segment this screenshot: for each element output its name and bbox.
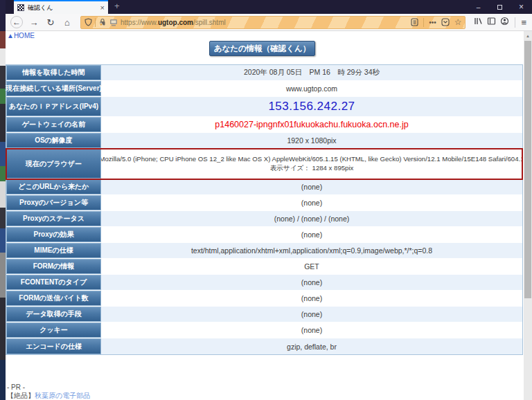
- titlebar: 確認くん × + – ×: [6, 0, 532, 14]
- lock-warning-icon[interactable]: [98, 18, 107, 26]
- pr-label: - PR -: [7, 383, 90, 392]
- table-row: FORMの送信バイト数 (none): [6, 291, 522, 307]
- navigation-toolbar: ← → ↻ ⌂ https://www.ugtop.com/spill.shtm…: [6, 14, 532, 31]
- table-row: クッキー (none): [6, 322, 522, 338]
- row-label: クッキー: [6, 322, 101, 338]
- row-label: どこのURLから来たか: [6, 179, 101, 194]
- maximize-button[interactable]: [489, 0, 511, 14]
- tab-close-icon[interactable]: ×: [100, 4, 105, 12]
- row-value: text/html,application/xhtml+xml,applicat…: [101, 243, 522, 258]
- account-icon[interactable]: [500, 16, 509, 28]
- maximize-icon: [497, 5, 502, 10]
- table-row: 現在接続している場所(Server) www.ugtop.com: [6, 81, 522, 97]
- background-window-sliver: [0, 0, 6, 400]
- urlbar-divider-2: [423, 18, 424, 27]
- row-value: (none): [101, 275, 522, 290]
- row-label: Proxyの効果: [6, 227, 101, 242]
- forward-button[interactable]: →: [26, 15, 42, 30]
- pocket-icon[interactable]: [441, 18, 450, 26]
- table-row: MIMEの仕様 text/html,application/xhtml+xml,…: [6, 243, 522, 259]
- row-label: FORMの送信バイト数: [6, 291, 101, 306]
- urlbar-actions: ••• ☆: [411, 17, 461, 27]
- home-link[interactable]: ▲HOME: [7, 32, 35, 39]
- table-row: Proxyのステータス (none) / (none) / (none): [6, 211, 522, 227]
- row-label: MIMEの仕様: [6, 243, 101, 258]
- row-label: データ取得の手段: [6, 307, 101, 322]
- row-value: (none): [101, 307, 522, 322]
- display-size-value: 表示サイズ： 1284 x 895pix: [270, 164, 354, 173]
- menu-icon[interactable]: ≡: [521, 17, 526, 28]
- window-controls: – ×: [468, 0, 532, 14]
- table-row: 情報を取得した時間 2020年 08月 05日 PM 16 時 29分 34秒: [6, 65, 522, 81]
- row-label: 現在接続している場所(Server): [6, 81, 101, 96]
- table-row: Proxyの効果 (none): [6, 227, 522, 243]
- row-label: エンコードの仕様: [6, 338, 101, 354]
- row-label: ゲートウェイの名前: [6, 117, 101, 132]
- reload-button[interactable]: ↻: [43, 15, 58, 30]
- scrollbar-thumb[interactable]: [524, 41, 531, 298]
- home-button[interactable]: ⌂: [60, 15, 75, 30]
- info-table: 情報を取得した時間 2020年 08月 05日 PM 16 時 29分 34秒 …: [6, 64, 523, 355]
- table-row-ip: あなたのＩＰアドレス(IPv4) 153.156.242.27: [6, 97, 522, 117]
- table-row: OSの解像度 1920 x 1080pix: [6, 133, 522, 149]
- user-agent-value: Mozilla/5.0 (iPhone; CPU iPhone OS 12_2 …: [101, 149, 522, 179]
- user-agent-string: Mozilla/5.0 (iPhone; CPU iPhone OS 12_2 …: [101, 155, 522, 163]
- vertical-scrollbar[interactable]: ▲: [524, 31, 532, 400]
- row-value: (none) / (none) / (none): [101, 211, 522, 226]
- row-value: www.ugtop.com: [101, 81, 522, 96]
- gateway-value: p1460027-ipngnfx01fukuokachu.fukuoka.ocn…: [101, 117, 522, 132]
- table-row: どこのURLから来たか (none): [6, 179, 522, 195]
- table-row: Proxyのバージョン等 (none): [6, 195, 522, 211]
- row-label: 情報を取得した時間: [6, 65, 101, 80]
- site-favicon-icon: [17, 4, 24, 11]
- row-label: FCONTENTのタイプ: [6, 275, 101, 290]
- url-path: /spill.shtml: [193, 19, 226, 26]
- page-actions-icon[interactable]: •••: [429, 19, 436, 26]
- table-row: FORMの情報 GET: [6, 259, 522, 275]
- row-value: (none): [101, 195, 522, 210]
- row-value: 2020年 08月 05日 PM 16 時 29分 34秒: [101, 65, 522, 80]
- row-value: gzip, deflate, br: [101, 338, 522, 354]
- new-tab-button[interactable]: +: [108, 0, 126, 14]
- library-icon[interactable]: [474, 16, 483, 28]
- pr-footer: - PR - 【絶品】秋葉原の電子部品: [7, 383, 90, 400]
- row-label: Proxyのバージョン等: [6, 195, 101, 210]
- row-value: (none): [101, 322, 522, 338]
- scrollbar-up-icon[interactable]: ▲: [524, 31, 532, 40]
- row-value: (none): [101, 227, 522, 242]
- row-value: (none): [101, 291, 522, 306]
- table-row: FCONTENTのタイプ (none): [6, 275, 522, 291]
- table-row: データ取得の手段 (none): [6, 307, 522, 322]
- tab-title: 確認くん: [28, 3, 97, 12]
- table-row: エンコードの仕様 gzip, deflate, br: [6, 338, 522, 354]
- sidebar-icon[interactable]: [487, 16, 496, 28]
- pr-prefix: 【絶品】: [7, 392, 35, 399]
- row-label: あなたのＩＰアドレス(IPv4): [6, 97, 101, 116]
- close-button[interactable]: ×: [511, 0, 532, 14]
- row-label: Proxyのステータス: [6, 211, 101, 226]
- table-row-gateway: ゲートウェイの名前 p1460027-ipngnfx01fukuokachu.f…: [6, 117, 522, 133]
- ip-address-value: 153.156.242.27: [101, 97, 522, 116]
- back-button[interactable]: ←: [10, 16, 23, 28]
- row-label: FORMの情報: [6, 259, 101, 274]
- browser-tab[interactable]: 確認くん ×: [14, 0, 108, 14]
- bookmark-star-icon[interactable]: ☆: [454, 17, 462, 27]
- url-domain: ugtop.com: [158, 19, 193, 26]
- url-scheme: https://www.: [121, 19, 158, 26]
- url-bar[interactable]: https://www.ugtop.com/spill.shtml ••• ☆: [80, 16, 466, 29]
- url-text[interactable]: https://www.ugtop.com/spill.shtml: [121, 19, 408, 26]
- page-title: あなたの情報（確認くん）: [209, 41, 315, 56]
- row-label: OSの解像度: [6, 133, 101, 148]
- minimize-button[interactable]: –: [468, 0, 489, 14]
- page-proxy-icon[interactable]: [109, 19, 118, 26]
- browser-window: 確認くん × + – × ← → ↻ ⌂ https://www.ugtop.c…: [6, 0, 532, 400]
- row-value: 1920 x 1080pix: [101, 133, 522, 148]
- reader-mode-icon[interactable]: [411, 18, 418, 26]
- urlbar-divider: [95, 18, 96, 27]
- tracking-shield-icon[interactable]: [85, 18, 92, 26]
- toolbar-right-icons: ≡: [471, 16, 529, 28]
- page-content: ▲HOME あなたの情報（確認くん） 情報を取得した時間 2020年 08月 0…: [6, 31, 532, 400]
- toolbar-separator: [515, 17, 515, 28]
- pr-link[interactable]: 秋葉原の電子部品: [35, 392, 90, 399]
- table-row-browser-highlighted: 現在のブラウザー Mozilla/5.0 (iPhone; CPU iPhone…: [6, 149, 522, 179]
